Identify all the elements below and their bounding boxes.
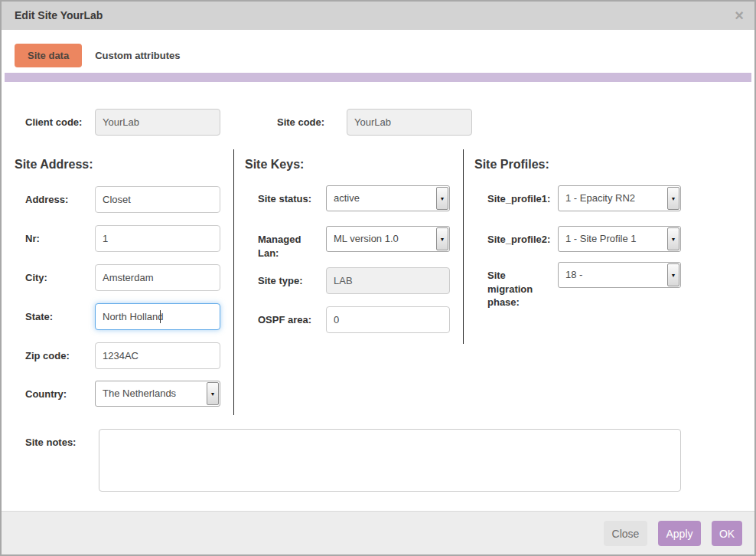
tab-bar: Site data Custom attributes	[15, 44, 180, 67]
ospf-area-label: OSPF area:	[258, 313, 311, 327]
site-type-field	[326, 267, 450, 294]
site-migration-phase-select-value: 18 -	[565, 263, 582, 287]
site-address-heading: Site Address:	[15, 158, 93, 172]
state-field[interactable]	[95, 303, 220, 330]
accent-bar	[5, 73, 751, 82]
site-status-label: Site status:	[258, 192, 321, 206]
client-code-field	[95, 109, 220, 136]
site-profile2-select[interactable]: 1 - Site Profile 1 ▼	[558, 226, 681, 252]
tab-site-data[interactable]: Site data	[15, 44, 82, 67]
edit-site-dialog: Edit Site YourLab × Site data Custom att…	[0, 0, 756, 556]
site-keys-heading: Site Keys:	[245, 158, 304, 172]
zip-code-field[interactable]	[95, 342, 220, 369]
managed-lan-select[interactable]: ML version 1.0 ▼	[326, 226, 450, 252]
tab-custom-attributes[interactable]: Custom attributes	[95, 50, 180, 61]
country-label: Country:	[25, 388, 67, 401]
zip-code-label: Zip code:	[25, 349, 70, 363]
nr-label: Nr:	[25, 232, 40, 246]
client-code-label: Client code:	[25, 116, 82, 129]
dropdown-arrow-icon[interactable]: ▼	[667, 227, 679, 250]
column-divider	[463, 149, 464, 344]
site-profile1-select[interactable]: 1 - Epacity RN2 ▼	[558, 185, 681, 211]
dropdown-arrow-icon[interactable]: ▼	[667, 187, 679, 210]
state-label: State:	[25, 310, 53, 324]
dropdown-arrow-icon[interactable]: ▼	[667, 263, 679, 286]
site-type-label: Site type:	[258, 274, 303, 288]
city-field[interactable]	[95, 264, 220, 291]
managed-lan-label: Managed Lan:	[258, 233, 311, 260]
dropdown-arrow-icon[interactable]: ▼	[436, 187, 448, 210]
country-select[interactable]: The Netherlands ▼	[95, 381, 220, 407]
dropdown-arrow-icon[interactable]: ▼	[207, 382, 219, 405]
dialog-footer: Close Apply OK	[2, 511, 754, 554]
dropdown-arrow-icon[interactable]: ▼	[436, 227, 448, 250]
apply-button[interactable]: Apply	[658, 521, 701, 546]
site-profile2-select-value: 1 - Site Profile 1	[565, 227, 637, 251]
city-label: City:	[25, 271, 47, 285]
site-notes-textarea[interactable]	[99, 429, 681, 492]
site-profile2-label: Site_profile2:	[487, 233, 556, 247]
country-select-value: The Netherlands	[103, 381, 176, 406]
site-notes-label: Site notes:	[25, 436, 76, 450]
ospf-area-field[interactable]	[326, 306, 450, 333]
site-code-label: Site code:	[277, 116, 324, 129]
site-code-field	[347, 109, 472, 136]
site-status-select-value: active	[334, 186, 360, 211]
address-label: Address:	[25, 193, 68, 207]
dialog-titlebar: Edit Site YourLab ×	[2, 2, 754, 30]
close-icon[interactable]: ×	[735, 2, 744, 29]
site-profile1-select-value: 1 - Epacity RN2	[565, 186, 635, 211]
site-status-select[interactable]: active ▼	[326, 185, 450, 211]
site-migration-phase-select[interactable]: 18 - ▼	[558, 262, 681, 288]
nr-field[interactable]	[95, 225, 220, 252]
site-profile1-label: Site_profile1:	[487, 192, 556, 206]
close-button[interactable]: Close	[604, 521, 647, 546]
column-divider	[233, 149, 234, 415]
address-field[interactable]	[95, 186, 220, 213]
managed-lan-select-value: ML version 1.0	[334, 227, 399, 251]
site-migration-phase-label: Site migration phase:	[487, 269, 538, 309]
dialog-title: Edit Site YourLab	[15, 2, 103, 30]
ok-button[interactable]: OK	[712, 521, 742, 546]
text-caret	[160, 310, 161, 323]
site-profiles-heading: Site Profiles:	[474, 158, 549, 172]
